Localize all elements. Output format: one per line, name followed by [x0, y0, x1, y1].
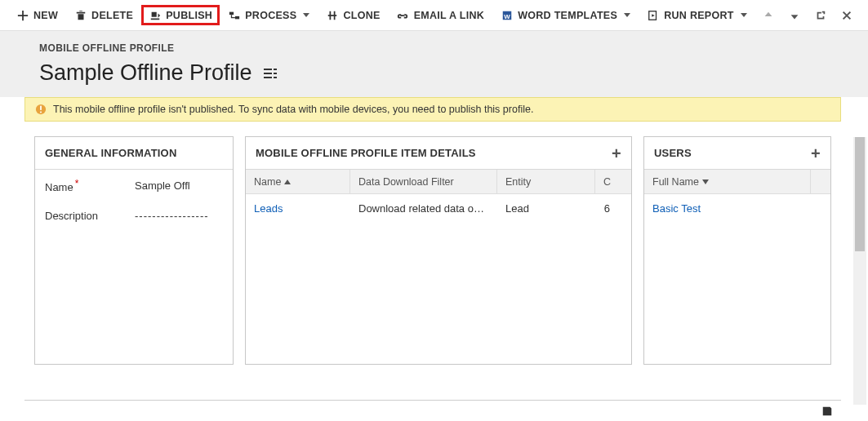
trash-icon — [74, 9, 87, 21]
description-label: Description — [45, 210, 135, 222]
users-panel: USERS + Full Name Basic Test — [643, 136, 831, 365]
process-button[interactable]: PROCESS — [220, 6, 318, 24]
publish-warning: This mobile offline profile isn't publis… — [24, 97, 841, 122]
chevron-down-icon — [624, 13, 630, 17]
delete-button[interactable]: DELETE — [66, 6, 141, 24]
clone-button[interactable]: CLONE — [318, 6, 388, 24]
svg-rect-4 — [328, 15, 337, 16]
email-link-button[interactable]: EMAIL A LINK — [389, 6, 492, 24]
row-name[interactable]: Leads — [246, 202, 350, 215]
col-entity[interactable]: Entity — [497, 170, 595, 193]
user-fullname[interactable]: Basic Test — [644, 202, 830, 215]
required-indicator: * — [75, 178, 79, 189]
sort-desc-icon — [702, 179, 709, 184]
description-value[interactable]: ----------------- — [135, 210, 209, 222]
chevron-down-icon — [741, 13, 747, 17]
details-grid-header: Name Data Download Filter Entity C — [246, 170, 631, 194]
col-fullname[interactable]: Full Name — [644, 170, 811, 193]
new-button[interactable]: NEW — [8, 6, 66, 24]
breadcrumb: MOBILE OFFLINE PROFILE — [39, 42, 868, 54]
table-row[interactable]: Leads Download related data on… Lead 6 — [246, 194, 631, 223]
vertical-scrollbar[interactable] — [853, 137, 866, 405]
delete-label: DELETE — [91, 10, 133, 21]
profile-item-details-panel: MOBILE OFFLINE PROFILE ITEM DETAILS + Na… — [245, 136, 632, 365]
col-fullname-label: Full Name — [652, 176, 699, 188]
clone-icon — [326, 9, 338, 21]
svg-rect-10 — [264, 73, 272, 74]
svg-rect-16 — [40, 112, 42, 113]
clone-label: CLONE — [343, 10, 380, 21]
col-filter[interactable]: Data Download Filter — [350, 170, 497, 193]
plus-icon — [16, 9, 29, 21]
run-report-button[interactable]: RUN REPORT — [639, 6, 755, 24]
add-user-button[interactable]: + — [811, 148, 821, 159]
name-label: Name* — [45, 178, 135, 193]
command-bar: NEW DELETE PUBLISH PROCESS CLONE EMAIL A… — [0, 0, 868, 31]
process-icon — [228, 9, 240, 21]
report-icon — [647, 9, 659, 21]
publish-label: PUBLISH — [166, 10, 212, 21]
word-templates-label: WORD TEMPLATES — [518, 10, 617, 21]
scrollbar-thumb[interactable] — [855, 137, 865, 251]
name-value[interactable]: Sample Offl — [135, 179, 190, 192]
svg-rect-15 — [40, 106, 42, 110]
warning-icon — [35, 104, 47, 115]
page-title: Sample Offline Profile — [39, 60, 252, 86]
row-filter: Download related data on… — [350, 202, 497, 215]
svg-rect-0 — [229, 11, 234, 15]
email-link-label: EMAIL A LINK — [414, 10, 484, 21]
header-area: MOBILE OFFLINE PROFILE Sample Offline Pr… — [0, 31, 868, 97]
svg-rect-11 — [274, 73, 277, 74]
title-menu-icon[interactable] — [264, 69, 277, 78]
general-info-panel: GENERAL INFORMATION Name* Sample Offl De… — [34, 136, 234, 365]
col-name-label: Name — [254, 176, 281, 188]
details-header: MOBILE OFFLINE PROFILE ITEM DETAILS — [256, 147, 476, 159]
nav-down-button[interactable] — [786, 7, 803, 24]
close-button[interactable] — [839, 7, 855, 24]
users-grid-header: Full Name — [644, 170, 830, 194]
svg-rect-1 — [235, 16, 239, 19]
run-report-label: RUN REPORT — [664, 10, 734, 21]
publish-icon — [149, 9, 161, 21]
new-label: NEW — [33, 10, 58, 21]
svg-text:W: W — [504, 12, 510, 20]
col-c[interactable]: C — [595, 170, 618, 193]
table-row[interactable]: Basic Test — [644, 194, 830, 223]
process-label: PROCESS — [245, 10, 296, 21]
nav-up-button[interactable] — [760, 7, 777, 24]
general-info-header: GENERAL INFORMATION — [45, 147, 176, 159]
row-c: 6 — [595, 202, 618, 215]
popout-button[interactable] — [812, 7, 829, 24]
footer-bar — [24, 400, 841, 421]
svg-rect-12 — [264, 77, 272, 78]
warning-text: This mobile offline profile isn't publis… — [53, 104, 533, 115]
publish-button[interactable]: PUBLISH — [141, 5, 220, 25]
chevron-down-icon — [303, 13, 309, 17]
save-icon[interactable] — [821, 405, 833, 417]
word-templates-button[interactable]: W WORD TEMPLATES — [492, 6, 639, 24]
form-content: GENERAL INFORMATION Name* Sample Offl De… — [24, 122, 841, 365]
row-entity: Lead — [497, 202, 595, 215]
users-header: USERS — [654, 147, 692, 159]
svg-rect-13 — [274, 77, 277, 78]
sort-asc-icon — [284, 179, 291, 184]
col-blank — [811, 170, 830, 193]
svg-rect-8 — [264, 69, 272, 70]
link-icon — [397, 9, 409, 21]
description-row[interactable]: Description ----------------- — [35, 202, 233, 230]
name-label-text: Name — [45, 181, 73, 193]
add-detail-button[interactable]: + — [612, 148, 621, 159]
word-icon: W — [501, 9, 513, 21]
name-row[interactable]: Name* Sample Offl — [35, 170, 233, 202]
svg-rect-9 — [274, 69, 277, 70]
col-name[interactable]: Name — [246, 170, 350, 193]
